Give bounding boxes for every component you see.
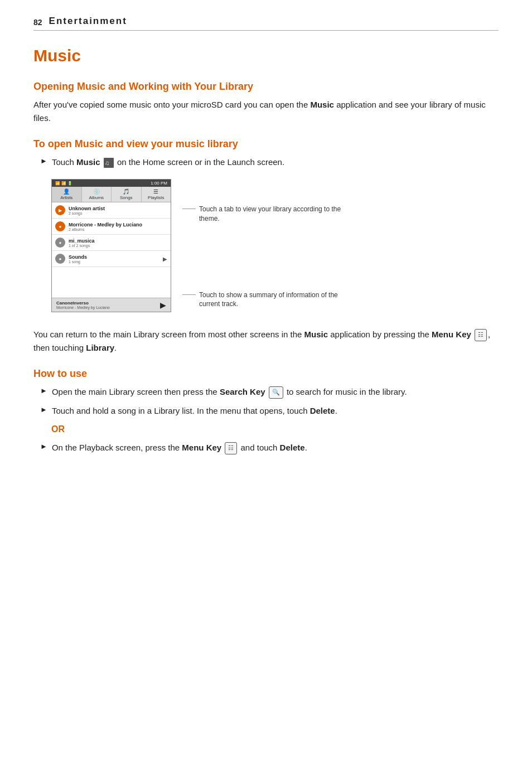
opening-body: After you've copied some music onto your… bbox=[33, 98, 499, 125]
tab-artists-label: Artists bbox=[60, 195, 72, 200]
tab-albums[interactable]: 💿 Albums bbox=[82, 187, 112, 202]
how-to-use-text-1: Open the main Library screen then press … bbox=[52, 385, 407, 399]
phone-screen: 📶 📶 🔋 1:00 PM 👤 Artists 💿 Albums 🎵 bbox=[51, 179, 171, 312]
list-text-2: mi_musica 1 of 2 songs bbox=[69, 238, 95, 248]
list-icon-0: ▶ bbox=[55, 205, 65, 215]
how-to-use-text-2: Touch and hold a song in a Library list.… bbox=[52, 404, 337, 418]
list-main-2: mi_musica bbox=[69, 238, 95, 244]
status-time: 1:00 PM bbox=[151, 181, 167, 186]
how-to-use-heading: How to use bbox=[33, 368, 499, 380]
how-to-use-bullet-1: ► Open the main Library screen then pres… bbox=[33, 385, 499, 399]
bullet-arrow-1: ► bbox=[40, 157, 47, 165]
page-number: 82 bbox=[33, 18, 42, 27]
phone-tabs: 👤 Artists 💿 Albums 🎵 Songs ☰ Playlists bbox=[52, 187, 171, 202]
tab-playlists[interactable]: ☰ Playlists bbox=[142, 187, 171, 202]
page: 82 Entertainment Music Opening Music and… bbox=[0, 0, 532, 493]
tab-albums-label: Albums bbox=[89, 195, 104, 200]
list-item-3: ● Sounds 1 song ▶ bbox=[52, 251, 171, 267]
albums-icon: 💿 bbox=[83, 188, 110, 195]
list-item-2: ● mi_musica 1 of 2 songs bbox=[52, 235, 171, 251]
phone-empty-area bbox=[52, 267, 171, 298]
list-icon-2: ● bbox=[55, 238, 65, 248]
annotations: —— Touch a tab to view your library acco… bbox=[182, 179, 344, 319]
songs-icon: 🎵 bbox=[113, 188, 140, 195]
list-item-1: ● Morricone - Medley by Luciano 2 albums bbox=[52, 219, 171, 235]
opening-section: Opening Music and Working with Your Libr… bbox=[33, 81, 499, 125]
list-sub-1: 2 albums bbox=[69, 227, 142, 231]
page-header: 82 Entertainment bbox=[33, 16, 499, 31]
phone-screenshot-container: 📶 📶 🔋 1:00 PM 👤 Artists 💿 Albums 🎵 bbox=[51, 179, 499, 319]
tab-playlists-label: Playlists bbox=[148, 195, 164, 200]
list-icon-3: ● bbox=[55, 254, 65, 264]
list-sub-0: 2 songs bbox=[69, 211, 105, 215]
bottom-track-sub: Morricone - Medley by Luciano bbox=[56, 306, 110, 309]
bottom-play-button[interactable]: ▶ bbox=[160, 301, 166, 309]
tab-songs[interactable]: 🎵 Songs bbox=[112, 187, 142, 202]
annotation-bottom-text: Touch to show a summary of information o… bbox=[199, 290, 344, 309]
opening-heading: Opening Music and Working with Your Libr… bbox=[33, 81, 499, 93]
list-text-3: Sounds 1 song bbox=[69, 254, 87, 264]
to-open-heading: To open Music and view your music librar… bbox=[33, 138, 499, 150]
how-to-use-bullet-3: ► On the Playback screen, press the Menu… bbox=[33, 441, 499, 454]
annotation-top-text: Touch a tab to view your library accordi… bbox=[199, 205, 344, 224]
list-text-0: Unknown artist 2 songs bbox=[69, 206, 105, 215]
music-app-icon bbox=[104, 158, 114, 168]
how-to-use-bullet-2: ► Touch and hold a song in a Library lis… bbox=[33, 404, 499, 418]
section-title: Music bbox=[33, 46, 499, 65]
list-item-0: ▶ Unknown artist 2 songs bbox=[52, 202, 171, 219]
annotation-top: —— Touch a tab to view your library acco… bbox=[182, 205, 344, 224]
to-open-section: To open Music and view your music librar… bbox=[33, 138, 499, 355]
list-icon-1: ● bbox=[55, 221, 65, 231]
search-key-icon: 🔍 bbox=[269, 386, 283, 399]
bottom-track-info: CanoneInverso Morricone - Medley by Luci… bbox=[56, 301, 110, 309]
how-to-use-text-3: On the Playback screen, press the Menu K… bbox=[52, 441, 307, 454]
touch-music-bullet: ► Touch Music on the Home screen or in t… bbox=[33, 156, 499, 169]
status-icons: 📶 📶 🔋 bbox=[55, 181, 72, 186]
list-play-3: ▶ bbox=[163, 256, 167, 262]
phone-bottom-bar: CanoneInverso Morricone - Medley by Luci… bbox=[52, 298, 171, 312]
list-main-0: Unknown artist bbox=[69, 206, 105, 211]
bullet-arrow-3: ► bbox=[40, 405, 47, 414]
touch-music-text: Touch Music on the Home screen or in the… bbox=[52, 156, 284, 169]
playlists-icon: ☰ bbox=[143, 188, 170, 195]
tab-artists[interactable]: 👤 Artists bbox=[52, 187, 82, 202]
bullet-arrow-4: ► bbox=[40, 442, 47, 451]
return-text: You can return to the main Library scree… bbox=[33, 328, 499, 355]
list-sub-3: 1 song bbox=[69, 260, 87, 264]
annotation-dash-top: —— bbox=[182, 205, 196, 212]
annotation-bottom: —— Touch to show a summary of informatio… bbox=[182, 290, 344, 309]
list-sub-2: 1 of 2 songs bbox=[69, 244, 95, 248]
menu-key-icon-1: ☷ bbox=[475, 329, 487, 341]
artists-icon: 👤 bbox=[53, 188, 80, 195]
list-main-3: Sounds bbox=[69, 254, 87, 260]
list-main-1: Morricone - Medley by Luciano bbox=[69, 222, 142, 227]
menu-key-icon-2: ☷ bbox=[225, 442, 237, 454]
bottom-track-main: CanoneInverso bbox=[56, 301, 110, 306]
chapter-title: Entertainment bbox=[49, 16, 127, 27]
or-divider: OR bbox=[51, 424, 499, 434]
how-to-use-section: How to use ► Open the main Library scree… bbox=[33, 368, 499, 454]
phone-status-bar: 📶 📶 🔋 1:00 PM bbox=[52, 180, 171, 187]
annotation-dash-bottom: —— bbox=[182, 290, 196, 298]
bullet-arrow-2: ► bbox=[40, 386, 47, 395]
list-text-1: Morricone - Medley by Luciano 2 albums bbox=[69, 222, 142, 231]
tab-songs-label: Songs bbox=[120, 195, 133, 200]
